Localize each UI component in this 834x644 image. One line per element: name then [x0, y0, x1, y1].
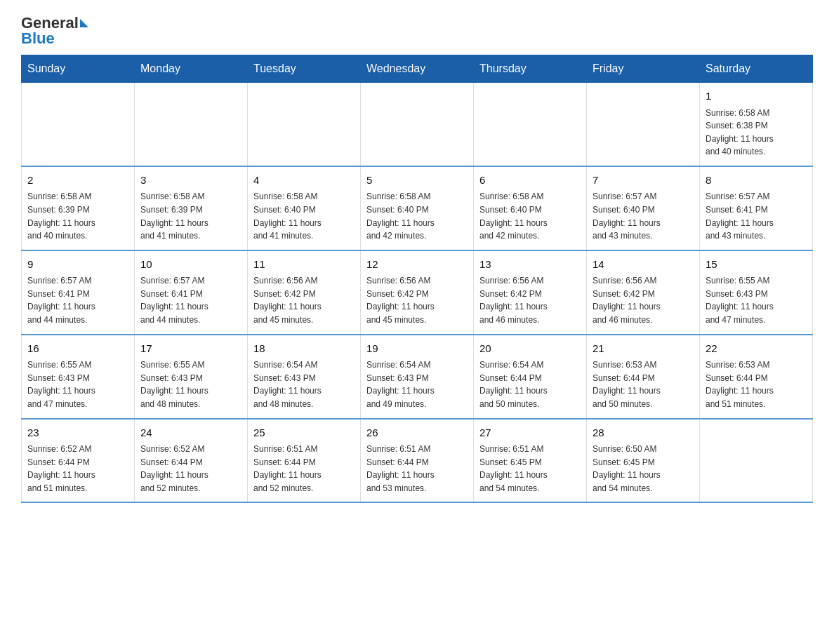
calendar-week-row: 1Sunrise: 6:58 AM Sunset: 6:38 PM Daylig… [22, 83, 813, 166]
day-info: Sunrise: 6:58 AM Sunset: 6:40 PM Dayligh… [479, 190, 581, 242]
calendar-cell: 23Sunrise: 6:52 AM Sunset: 6:44 PM Dayli… [22, 419, 135, 503]
calendar-week-row: 9Sunrise: 6:57 AM Sunset: 6:41 PM Daylig… [22, 250, 813, 335]
calendar-cell [474, 83, 587, 166]
calendar-cell: 13Sunrise: 6:56 AM Sunset: 6:42 PM Dayli… [474, 250, 587, 335]
day-info: Sunrise: 6:51 AM Sunset: 6:44 PM Dayligh… [366, 443, 468, 495]
logo-blue-text: Blue [21, 29, 88, 48]
day-number: 2 [27, 173, 128, 189]
day-number: 25 [253, 425, 355, 441]
day-number: 17 [140, 341, 241, 357]
day-info: Sunrise: 6:58 AM Sunset: 6:40 PM Dayligh… [253, 190, 355, 242]
calendar-cell [135, 83, 248, 166]
weekday-header-sunday: Sunday [22, 55, 135, 83]
day-info: Sunrise: 6:56 AM Sunset: 6:42 PM Dayligh… [593, 274, 694, 326]
calendar-cell: 15Sunrise: 6:55 AM Sunset: 6:43 PM Dayli… [700, 250, 813, 335]
calendar-cell: 16Sunrise: 6:55 AM Sunset: 6:43 PM Dayli… [22, 335, 135, 419]
weekday-header-saturday: Saturday [700, 55, 813, 83]
day-info: Sunrise: 6:54 AM Sunset: 6:43 PM Dayligh… [253, 358, 355, 410]
day-number: 6 [479, 173, 581, 189]
day-info: Sunrise: 6:58 AM Sunset: 6:40 PM Dayligh… [366, 190, 468, 242]
calendar-cell: 12Sunrise: 6:56 AM Sunset: 6:42 PM Dayli… [361, 250, 474, 335]
day-number: 16 [27, 341, 128, 357]
day-info: Sunrise: 6:56 AM Sunset: 6:42 PM Dayligh… [253, 274, 355, 326]
calendar-cell: 6Sunrise: 6:58 AM Sunset: 6:40 PM Daylig… [474, 166, 587, 250]
day-number: 23 [27, 425, 128, 441]
day-info: Sunrise: 6:56 AM Sunset: 6:42 PM Dayligh… [366, 274, 468, 326]
calendar-cell [700, 419, 813, 503]
calendar-cell: 25Sunrise: 6:51 AM Sunset: 6:44 PM Dayli… [248, 419, 361, 503]
day-number: 15 [706, 257, 807, 273]
day-number: 8 [706, 173, 807, 189]
calendar-week-row: 2Sunrise: 6:58 AM Sunset: 6:39 PM Daylig… [22, 166, 813, 250]
day-info: Sunrise: 6:53 AM Sunset: 6:44 PM Dayligh… [593, 358, 694, 410]
day-info: Sunrise: 6:57 AM Sunset: 6:41 PM Dayligh… [27, 274, 128, 326]
day-info: Sunrise: 6:57 AM Sunset: 6:41 PM Dayligh… [706, 190, 807, 242]
day-number: 13 [479, 257, 581, 273]
day-info: Sunrise: 6:56 AM Sunset: 6:42 PM Dayligh… [479, 274, 581, 326]
calendar-cell: 8Sunrise: 6:57 AM Sunset: 6:41 PM Daylig… [700, 166, 813, 250]
day-number: 3 [140, 173, 241, 189]
calendar-cell: 22Sunrise: 6:53 AM Sunset: 6:44 PM Dayli… [700, 335, 813, 419]
day-number: 27 [479, 425, 581, 441]
day-info: Sunrise: 6:54 AM Sunset: 6:44 PM Dayligh… [479, 358, 581, 410]
calendar-week-row: 16Sunrise: 6:55 AM Sunset: 6:43 PM Dayli… [22, 335, 813, 419]
day-info: Sunrise: 6:58 AM Sunset: 6:39 PM Dayligh… [27, 190, 128, 242]
calendar-cell: 26Sunrise: 6:51 AM Sunset: 6:44 PM Dayli… [361, 419, 474, 503]
day-info: Sunrise: 6:57 AM Sunset: 6:40 PM Dayligh… [593, 190, 694, 242]
day-number: 12 [366, 257, 468, 273]
calendar-cell: 20Sunrise: 6:54 AM Sunset: 6:44 PM Dayli… [474, 335, 587, 419]
calendar-table: SundayMondayTuesdayWednesdayThursdayFrid… [21, 55, 813, 503]
calendar-cell [361, 83, 474, 166]
calendar-cell: 27Sunrise: 6:51 AM Sunset: 6:45 PM Dayli… [474, 419, 587, 503]
day-info: Sunrise: 6:52 AM Sunset: 6:44 PM Dayligh… [140, 443, 241, 495]
day-number: 28 [593, 425, 694, 441]
calendar-week-row: 23Sunrise: 6:52 AM Sunset: 6:44 PM Dayli… [22, 419, 813, 503]
day-info: Sunrise: 6:54 AM Sunset: 6:43 PM Dayligh… [366, 358, 468, 410]
day-info: Sunrise: 6:58 AM Sunset: 6:38 PM Dayligh… [706, 107, 807, 159]
day-info: Sunrise: 6:57 AM Sunset: 6:41 PM Dayligh… [140, 274, 241, 326]
day-info: Sunrise: 6:53 AM Sunset: 6:44 PM Dayligh… [706, 358, 807, 410]
day-info: Sunrise: 6:55 AM Sunset: 6:43 PM Dayligh… [140, 358, 241, 410]
day-number: 7 [593, 173, 694, 189]
calendar-cell: 18Sunrise: 6:54 AM Sunset: 6:43 PM Dayli… [248, 335, 361, 419]
day-number: 4 [253, 173, 355, 189]
day-info: Sunrise: 6:52 AM Sunset: 6:44 PM Dayligh… [27, 443, 128, 495]
day-number: 20 [479, 341, 581, 357]
weekday-header-wednesday: Wednesday [361, 55, 474, 83]
calendar-cell [587, 83, 700, 166]
day-number: 21 [593, 341, 694, 357]
day-info: Sunrise: 6:50 AM Sunset: 6:45 PM Dayligh… [593, 443, 694, 495]
calendar-cell: 1Sunrise: 6:58 AM Sunset: 6:38 PM Daylig… [700, 83, 813, 166]
calendar-cell: 19Sunrise: 6:54 AM Sunset: 6:43 PM Dayli… [361, 335, 474, 419]
weekday-header-thursday: Thursday [474, 55, 587, 83]
day-number: 10 [140, 257, 241, 273]
weekday-header-row: SundayMondayTuesdayWednesdayThursdayFrid… [22, 55, 813, 83]
day-number: 5 [366, 173, 468, 189]
day-number: 26 [366, 425, 468, 441]
calendar-cell: 24Sunrise: 6:52 AM Sunset: 6:44 PM Dayli… [135, 419, 248, 503]
day-info: Sunrise: 6:58 AM Sunset: 6:39 PM Dayligh… [140, 190, 241, 242]
calendar-cell: 14Sunrise: 6:56 AM Sunset: 6:42 PM Dayli… [587, 250, 700, 335]
weekday-header-monday: Monday [135, 55, 248, 83]
logo: General Blue [21, 14, 88, 48]
day-number: 22 [706, 341, 807, 357]
day-number: 9 [27, 257, 128, 273]
day-number: 1 [706, 88, 807, 105]
logo-triangle-icon [80, 19, 88, 27]
day-info: Sunrise: 6:55 AM Sunset: 6:43 PM Dayligh… [706, 274, 807, 326]
calendar-cell: 5Sunrise: 6:58 AM Sunset: 6:40 PM Daylig… [361, 166, 474, 250]
day-number: 14 [593, 257, 694, 273]
calendar-cell: 10Sunrise: 6:57 AM Sunset: 6:41 PM Dayli… [135, 250, 248, 335]
page-header: General Blue [21, 14, 813, 48]
day-number: 11 [253, 257, 355, 273]
calendar-cell: 4Sunrise: 6:58 AM Sunset: 6:40 PM Daylig… [248, 166, 361, 250]
calendar-cell: 11Sunrise: 6:56 AM Sunset: 6:42 PM Dayli… [248, 250, 361, 335]
calendar-cell [248, 83, 361, 166]
calendar-cell: 28Sunrise: 6:50 AM Sunset: 6:45 PM Dayli… [587, 419, 700, 503]
day-info: Sunrise: 6:55 AM Sunset: 6:43 PM Dayligh… [27, 358, 128, 410]
calendar-cell: 17Sunrise: 6:55 AM Sunset: 6:43 PM Dayli… [135, 335, 248, 419]
calendar-cell: 3Sunrise: 6:58 AM Sunset: 6:39 PM Daylig… [135, 166, 248, 250]
calendar-cell: 9Sunrise: 6:57 AM Sunset: 6:41 PM Daylig… [22, 250, 135, 335]
calendar-cell: 2Sunrise: 6:58 AM Sunset: 6:39 PM Daylig… [22, 166, 135, 250]
weekday-header-tuesday: Tuesday [248, 55, 361, 83]
